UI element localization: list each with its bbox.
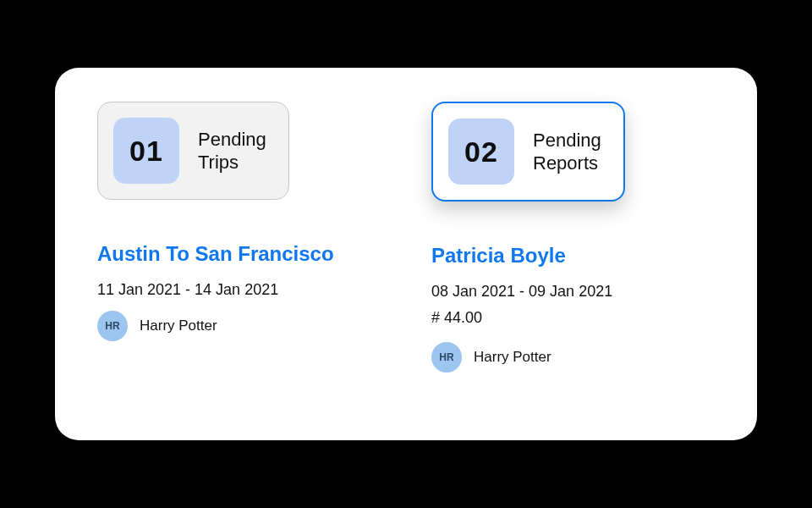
trip-details: Austin To San Francisco 11 Jan 2021 - 14… <box>97 242 381 341</box>
trip-person: HR Harry Potter <box>97 311 381 341</box>
stat-label: PendingTrips <box>198 128 266 174</box>
report-details: Patricia Boyle 08 Jan 2021 - 09 Jan 2021… <box>431 244 715 373</box>
stat-card-pending-reports[interactable]: 02 PendingReports <box>431 102 625 202</box>
trip-date-range: 11 Jan 2021 - 14 Jan 2021 <box>97 281 381 299</box>
person-name: Harry Potter <box>140 318 217 334</box>
column-reports: 02 PendingReports Patricia Boyle 08 Jan … <box>431 102 715 406</box>
stat-count-badge: 02 <box>448 119 514 185</box>
person-name: Harry Potter <box>474 349 551 366</box>
column-trips: 01 PendingTrips Austin To San Francisco … <box>97 102 381 406</box>
report-title-link[interactable]: Patricia Boyle <box>431 244 715 268</box>
panel: 01 PendingTrips Austin To San Francisco … <box>55 68 757 440</box>
stat-label: PendingReports <box>533 129 601 175</box>
trip-title-link[interactable]: Austin To San Francisco <box>97 242 381 266</box>
stat-card-pending-trips[interactable]: 01 PendingTrips <box>97 102 289 200</box>
avatar: HR <box>431 342 462 373</box>
avatar: HR <box>97 311 128 341</box>
report-amount: # 44.00 <box>431 309 715 327</box>
report-date-range: 08 Jan 2021 - 09 Jan 2021 <box>431 283 715 301</box>
report-person: HR Harry Potter <box>431 342 715 373</box>
stat-count-badge: 01 <box>113 118 179 184</box>
